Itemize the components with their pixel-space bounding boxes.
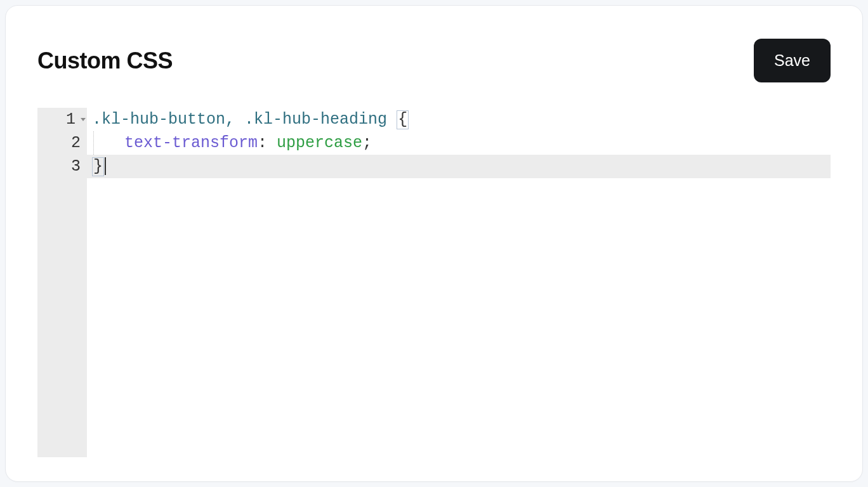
card-title: Custom CSS bbox=[37, 48, 173, 74]
editor-code-area[interactable]: .kl-hub-button, .kl-hub-heading { text-t… bbox=[87, 108, 831, 457]
css-semicolon: ; bbox=[362, 134, 372, 152]
indent-guide bbox=[93, 131, 94, 155]
css-property: text-transform bbox=[124, 134, 258, 152]
code-line-1[interactable]: .kl-hub-button, .kl-hub-heading { bbox=[87, 108, 831, 131]
close-brace: } bbox=[92, 157, 104, 176]
css-selector: .kl-hub-heading bbox=[244, 110, 387, 129]
open-brace: { bbox=[397, 110, 409, 129]
editor-gutter: 1 2 3 bbox=[37, 108, 87, 457]
gutter-line-3: 3 bbox=[37, 155, 87, 178]
css-selector: .kl-hub-button bbox=[92, 110, 225, 129]
css-value: uppercase bbox=[277, 134, 362, 152]
gutter-line-1[interactable]: 1 bbox=[37, 108, 87, 131]
gutter-line-2: 2 bbox=[37, 131, 87, 155]
custom-css-card: Custom CSS Save 1 2 3 .kl-hub-button, .k… bbox=[5, 5, 863, 482]
css-comma: , bbox=[225, 110, 244, 129]
code-editor[interactable]: 1 2 3 .kl-hub-button, .kl-hub-heading { … bbox=[37, 108, 831, 457]
save-button[interactable]: Save bbox=[754, 39, 831, 82]
text-cursor bbox=[105, 157, 106, 175]
css-colon: : bbox=[258, 134, 277, 152]
card-header: Custom CSS Save bbox=[37, 39, 831, 82]
code-line-2[interactable]: text-transform: uppercase; bbox=[87, 131, 831, 155]
code-line-3[interactable]: } bbox=[87, 155, 831, 178]
